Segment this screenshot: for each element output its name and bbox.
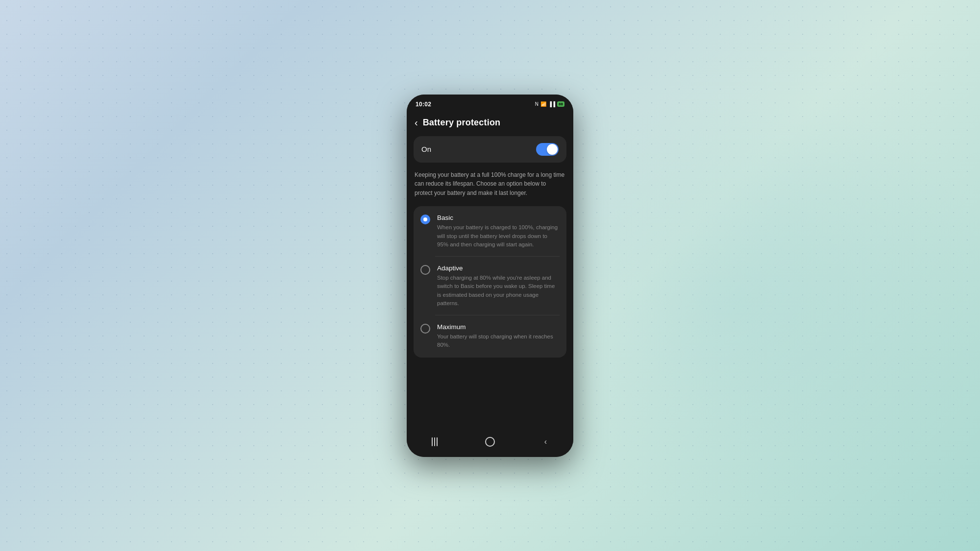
battery-level: 88 [557,101,564,107]
radio-maximum[interactable] [420,324,430,334]
bottom-nav: ‹ [407,430,573,457]
option-adaptive[interactable]: Adaptive Stop charging at 80% while you'… [414,257,566,315]
header: ‹ Battery protection [407,111,573,136]
status-icons-right: N 📶 ▐▐ 88 [535,101,564,107]
battery-protection-toggle-row: On [414,136,566,163]
toggle-knob [547,144,558,155]
signal-icon: ▐▐ [548,101,555,107]
option-adaptive-desc: Stop charging at 80% while you're asleep… [437,274,560,308]
back-button[interactable]: ‹ [415,117,418,128]
home-button[interactable] [480,434,500,449]
option-basic[interactable]: Basic When your battery is charged to 10… [414,206,566,257]
radio-basic[interactable] [420,215,430,224]
option-basic-text: Basic When your battery is charged to 10… [437,214,560,249]
wifi-icon: 📶 [540,101,546,107]
option-basic-title: Basic [437,214,560,221]
home-icon [485,437,495,447]
back-arrow-icon: ‹ [544,437,547,446]
phone-frame: 10:02 N 📶 ▐▐ 88 ‹ Battery protection On … [407,95,573,457]
status-time: 10:02 [416,101,431,108]
radio-adaptive[interactable] [420,265,430,275]
recents-button[interactable] [425,434,444,449]
option-adaptive-text: Adaptive Stop charging at 80% while you'… [437,264,560,308]
battery-protection-toggle[interactable] [536,143,559,156]
options-card: Basic When your battery is charged to 10… [414,206,566,357]
option-maximum-text: Maximum Your battery will stop charging … [437,323,560,350]
recents-icon [432,437,438,446]
content-area: On Keeping your battery at a full 100% c… [407,136,573,430]
option-maximum-title: Maximum [437,323,560,331]
battery-protection-description: Keeping your battery at a full 100% char… [414,170,566,198]
option-basic-desc: When your battery is charged to 100%, ch… [437,223,560,249]
toggle-label: On [421,145,431,153]
system-back-button[interactable]: ‹ [536,434,555,449]
nfc-icon: N [535,101,539,107]
option-adaptive-title: Adaptive [437,264,560,272]
option-maximum-desc: Your battery will stop charging when it … [437,333,560,350]
page-title: Battery protection [423,118,501,128]
option-maximum[interactable]: Maximum Your battery will stop charging … [414,315,566,358]
status-bar: 10:02 N 📶 ▐▐ 88 [407,95,573,111]
